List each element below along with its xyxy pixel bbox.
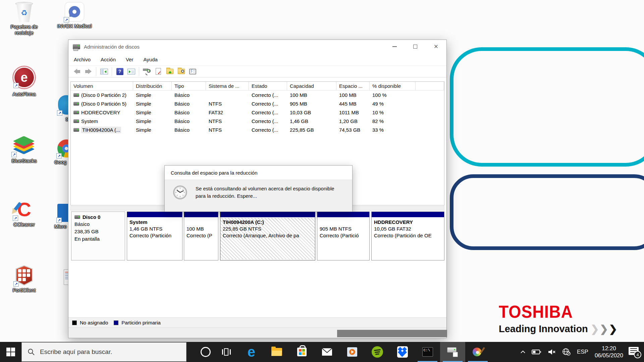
wallpaper-teal-curve xyxy=(450,47,644,167)
table-cell: 100 MB xyxy=(287,92,336,98)
shortcut-arrow-icon: ↗ xyxy=(64,17,69,22)
minimize-button[interactable] xyxy=(384,40,405,53)
column-header[interactable]: Volumen xyxy=(71,82,133,90)
partition-block-1[interactable]: System1,46 GB NTFSCorrecto (Partición xyxy=(127,212,182,260)
menu-archivo[interactable]: Archivo xyxy=(74,57,91,62)
partition-primary-band xyxy=(372,212,444,218)
maximize-button[interactable] xyxy=(405,40,426,53)
tray-battery-button[interactable] xyxy=(529,342,544,362)
desktop-icon-label: AutoFirma xyxy=(3,91,45,97)
console-tree-button[interactable] xyxy=(99,67,109,76)
menu-ayuda[interactable]: Ayuda xyxy=(144,57,158,62)
close-button[interactable]: × xyxy=(426,40,446,53)
back-button[interactable] xyxy=(72,67,82,76)
column-header-filler xyxy=(416,82,444,90)
forward-arrow-icon xyxy=(85,69,92,74)
tray-chevron-button[interactable] xyxy=(517,342,529,362)
battery-icon xyxy=(532,349,541,355)
help-button[interactable]: ? xyxy=(115,67,125,76)
partition-block-5[interactable]: HDDRECOVERY10,05 GB FAT32Correcto (Parti… xyxy=(371,212,444,260)
table-row[interactable]: (Disco 0 Partición 5)SimpleBásicoNTFSCor… xyxy=(71,99,444,108)
desktop-icon-label: FortiClient xyxy=(3,287,45,293)
table-row[interactable]: SystemSimpleBásicoNTFSCorrecto (...1,46 … xyxy=(71,117,444,125)
search-input[interactable]: Escribe aquí para buscar. xyxy=(21,342,186,362)
table-row[interactable]: TIH0094200A (...SimpleBásicoNTFSCorrecto… xyxy=(71,125,444,134)
partition-label: TIH0094200A (C:)225,85 GB NTFSCorrecto (… xyxy=(220,218,315,259)
extend-volume-button[interactable] xyxy=(165,67,175,76)
forward-button[interactable] xyxy=(83,67,93,76)
desktop-icon-invox-medical[interactable]: ↗ INVOX Medical xyxy=(54,2,95,29)
tray-language-button[interactable]: ESP xyxy=(574,342,591,362)
table-cell: 10,03 GB xyxy=(287,110,336,115)
window-titlebar[interactable]: Administración de discos × xyxy=(68,40,446,53)
table-cell: FAT32 xyxy=(206,110,249,115)
column-header[interactable]: Capacidad xyxy=(287,82,336,90)
explore-volume-button[interactable] xyxy=(176,67,186,76)
taskbar-disk-management-button[interactable] xyxy=(440,342,465,362)
toshiba-chevron-2: ❯ xyxy=(600,323,606,335)
task-view-button[interactable] xyxy=(222,348,231,356)
taskbar-cmd-button[interactable]: C:\ xyxy=(415,342,440,362)
column-header[interactable]: Tipo xyxy=(172,82,206,90)
rescan-disks-button[interactable]: + xyxy=(142,67,152,76)
tray-date: 06/05/2020 xyxy=(595,352,623,359)
desktop-icon-ccleaner[interactable]: C ↗ CCleaner xyxy=(3,199,45,228)
tray-volume-button[interactable] xyxy=(544,342,559,362)
desktop-icon-label: BlueStacks xyxy=(3,158,45,164)
partition-block-4[interactable]: 905 MB NTFSCorrecto (Partició xyxy=(317,212,370,260)
properties-icon: ✓✓ xyxy=(189,69,196,74)
table-row[interactable]: (Disco 0 Partición 2)SimpleBásicoCorrect… xyxy=(71,90,444,99)
table-cell: 905 MB xyxy=(287,101,336,107)
tray-network-button[interactable] xyxy=(559,342,574,362)
table-row[interactable]: HDDRECOVERYSimpleBásicoFAT32Correcto (..… xyxy=(71,108,444,117)
column-header[interactable]: Estado xyxy=(249,82,287,90)
shortcut-arrow-icon: ↗ xyxy=(13,216,18,221)
window-title: Administración de discos xyxy=(84,44,140,50)
table-cell: NTFS xyxy=(206,127,249,133)
desktop-icon-recycle-bin[interactable]: ♻ Papelera de reciclaje xyxy=(3,2,45,36)
taskbar-media-player-button[interactable] xyxy=(339,342,365,362)
disk0-panel[interactable]: Disco 0 Básico 238,35 GB En pantalla xyxy=(71,212,125,260)
taskbar-spotify-button[interactable] xyxy=(365,342,390,362)
taskbar-file-explorer-button[interactable] xyxy=(264,342,289,362)
taskbar-dropbox-button[interactable] xyxy=(390,342,415,362)
desktop-icon-autofirma[interactable]: e ↗ AutoFirma xyxy=(3,66,45,97)
taskbar-store-button[interactable] xyxy=(289,342,314,362)
column-header[interactable]: % disponible xyxy=(370,82,416,90)
table-cell: 49 % xyxy=(370,101,416,107)
menu-accion[interactable]: Acción xyxy=(101,57,116,62)
action-pane-button[interactable] xyxy=(126,67,136,76)
table-cell: 74,53 GB xyxy=(336,127,370,133)
desktop-icon-bluestacks[interactable]: ↗ BlueStacks xyxy=(3,134,45,164)
desktop-icon-forticlient[interactable]: ↗ FortiClient xyxy=(3,265,45,293)
close-icon: × xyxy=(434,43,438,50)
disk-icon xyxy=(74,215,80,219)
volume-icon xyxy=(73,111,79,114)
menu-bar: Archivo Acción Ver Ayuda xyxy=(68,53,446,66)
check-volume-button[interactable]: ✓ xyxy=(153,67,163,76)
back-arrow-icon xyxy=(74,69,80,74)
taskbar-mail-button[interactable] xyxy=(314,342,339,362)
spotify-icon xyxy=(372,346,383,358)
column-header[interactable]: Espacio ... xyxy=(336,82,370,90)
taskbar-paint-button[interactable] xyxy=(465,342,490,362)
toshiba-logo: TOSHIBA xyxy=(499,302,613,322)
menu-ver[interactable]: Ver xyxy=(126,57,133,62)
start-button[interactable] xyxy=(0,342,21,362)
table-cell: Básico xyxy=(172,118,206,124)
rescan-disks-icon: + xyxy=(143,68,151,75)
action-center-button[interactable]: 4 xyxy=(629,347,640,357)
cortana-button[interactable] xyxy=(201,347,211,357)
partition-block-2[interactable]: 100 MBCorrecto (P xyxy=(184,212,218,260)
volume-icon xyxy=(73,128,79,132)
column-header[interactable]: Distribución xyxy=(133,82,172,90)
taskbar-edge-button[interactable]: e xyxy=(239,342,264,362)
folder-search-icon xyxy=(178,69,185,74)
invox-medical-icon: ↗ xyxy=(65,2,84,21)
table-cell: 1011 MB xyxy=(336,110,370,115)
toolbar-separator xyxy=(139,67,139,76)
tray-clock-button[interactable]: 12:20 06/05/2020 xyxy=(591,345,627,359)
properties-button[interactable]: ✓✓ xyxy=(187,67,198,76)
column-header[interactable]: Sistema de ... xyxy=(206,82,249,90)
partition-block-3[interactable]: TIH0094200A (C:)225,85 GB NTFSCorrecto (… xyxy=(220,212,315,260)
